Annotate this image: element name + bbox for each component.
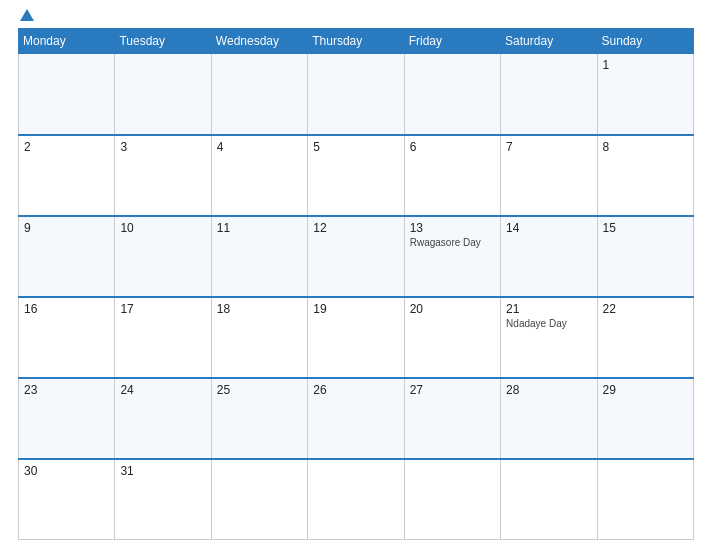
calendar-week-row: 23242526272829 — [19, 378, 694, 459]
calendar-cell: 29 — [597, 378, 693, 459]
weekday-header-wednesday: Wednesday — [211, 29, 307, 54]
calendar-cell: 22 — [597, 297, 693, 378]
calendar-cell — [404, 54, 500, 135]
day-number: 17 — [120, 302, 205, 316]
day-number: 15 — [603, 221, 688, 235]
calendar-week-row: 3031 — [19, 459, 694, 540]
day-number: 16 — [24, 302, 109, 316]
header — [18, 10, 694, 22]
calendar-cell — [597, 459, 693, 540]
weekday-header-friday: Friday — [404, 29, 500, 54]
calendar-cell — [19, 54, 115, 135]
calendar-cell: 7 — [501, 135, 597, 216]
calendar-cell: 19 — [308, 297, 404, 378]
day-number: 26 — [313, 383, 398, 397]
day-number: 20 — [410, 302, 495, 316]
day-number: 27 — [410, 383, 495, 397]
calendar-cell: 26 — [308, 378, 404, 459]
calendar-table: MondayTuesdayWednesdayThursdayFridaySatu… — [18, 28, 694, 540]
day-number: 25 — [217, 383, 302, 397]
day-number: 3 — [120, 140, 205, 154]
calendar-cell: 3 — [115, 135, 211, 216]
day-number: 11 — [217, 221, 302, 235]
calendar-cell — [211, 54, 307, 135]
day-number: 4 — [217, 140, 302, 154]
day-number: 18 — [217, 302, 302, 316]
calendar-cell: 16 — [19, 297, 115, 378]
weekday-header-saturday: Saturday — [501, 29, 597, 54]
calendar-cell: 15 — [597, 216, 693, 297]
weekday-header-sunday: Sunday — [597, 29, 693, 54]
calendar-cell: 31 — [115, 459, 211, 540]
day-number: 22 — [603, 302, 688, 316]
day-number: 30 — [24, 464, 109, 478]
calendar-cell: 13Rwagasore Day — [404, 216, 500, 297]
weekday-header-tuesday: Tuesday — [115, 29, 211, 54]
logo-triangle-icon — [20, 9, 34, 21]
calendar-cell — [404, 459, 500, 540]
calendar-cell: 30 — [19, 459, 115, 540]
day-number: 7 — [506, 140, 591, 154]
page: MondayTuesdayWednesdayThursdayFridaySatu… — [0, 0, 712, 550]
weekday-header-monday: Monday — [19, 29, 115, 54]
calendar-cell — [211, 459, 307, 540]
day-number: 29 — [603, 383, 688, 397]
day-number: 5 — [313, 140, 398, 154]
calendar-cell: 18 — [211, 297, 307, 378]
calendar-cell: 11 — [211, 216, 307, 297]
day-number: 10 — [120, 221, 205, 235]
day-number: 9 — [24, 221, 109, 235]
holiday-label: Ndadaye Day — [506, 318, 591, 329]
day-number: 8 — [603, 140, 688, 154]
calendar-cell: 8 — [597, 135, 693, 216]
calendar-cell — [308, 459, 404, 540]
calendar-week-row: 1 — [19, 54, 694, 135]
day-number: 14 — [506, 221, 591, 235]
day-number: 21 — [506, 302, 591, 316]
day-number: 1 — [603, 58, 688, 72]
calendar-cell: 1 — [597, 54, 693, 135]
calendar-cell: 23 — [19, 378, 115, 459]
calendar-cell: 27 — [404, 378, 500, 459]
calendar-cell: 21Ndadaye Day — [501, 297, 597, 378]
day-number: 13 — [410, 221, 495, 235]
calendar-cell: 12 — [308, 216, 404, 297]
day-number: 12 — [313, 221, 398, 235]
calendar-cell: 9 — [19, 216, 115, 297]
calendar-week-row: 910111213Rwagasore Day1415 — [19, 216, 694, 297]
calendar-cell — [308, 54, 404, 135]
day-number: 24 — [120, 383, 205, 397]
calendar-cell: 14 — [501, 216, 597, 297]
calendar-cell: 20 — [404, 297, 500, 378]
calendar-cell: 17 — [115, 297, 211, 378]
day-number: 23 — [24, 383, 109, 397]
calendar-cell: 28 — [501, 378, 597, 459]
calendar-cell: 10 — [115, 216, 211, 297]
holiday-label: Rwagasore Day — [410, 237, 495, 248]
calendar-cell: 2 — [19, 135, 115, 216]
day-number: 28 — [506, 383, 591, 397]
calendar-cell: 25 — [211, 378, 307, 459]
calendar-cell: 5 — [308, 135, 404, 216]
day-number: 6 — [410, 140, 495, 154]
weekday-header-row: MondayTuesdayWednesdayThursdayFridaySatu… — [19, 29, 694, 54]
calendar-cell — [501, 459, 597, 540]
calendar-cell — [501, 54, 597, 135]
day-number: 19 — [313, 302, 398, 316]
calendar-cell: 6 — [404, 135, 500, 216]
calendar-cell: 24 — [115, 378, 211, 459]
calendar-week-row: 161718192021Ndadaye Day22 — [19, 297, 694, 378]
logo — [18, 10, 34, 22]
weekday-header-thursday: Thursday — [308, 29, 404, 54]
calendar-week-row: 2345678 — [19, 135, 694, 216]
calendar-cell: 4 — [211, 135, 307, 216]
day-number: 31 — [120, 464, 205, 478]
day-number: 2 — [24, 140, 109, 154]
calendar-cell — [115, 54, 211, 135]
